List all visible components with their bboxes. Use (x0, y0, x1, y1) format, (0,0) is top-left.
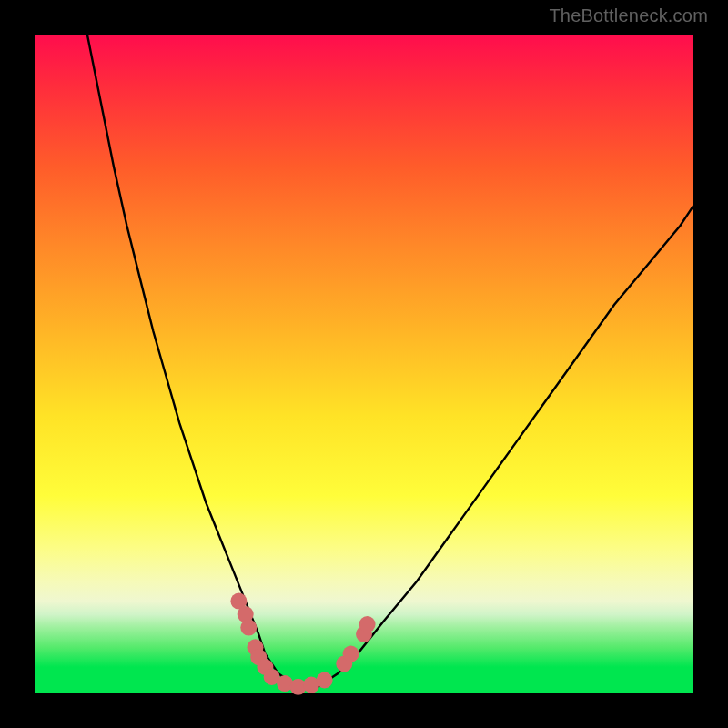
marker-dot (240, 620, 257, 636)
marker-dot (317, 672, 333, 689)
marker-dot (359, 616, 376, 632)
attribution-text: TheBottleneck.com (549, 5, 708, 26)
highlight-markers (230, 593, 375, 695)
chart-container: TheBottleneck.com (0, 0, 728, 728)
chart-svg (35, 35, 693, 693)
marker-dot (343, 646, 359, 662)
bottleneck-curve (87, 35, 693, 687)
plot-area (35, 35, 693, 693)
